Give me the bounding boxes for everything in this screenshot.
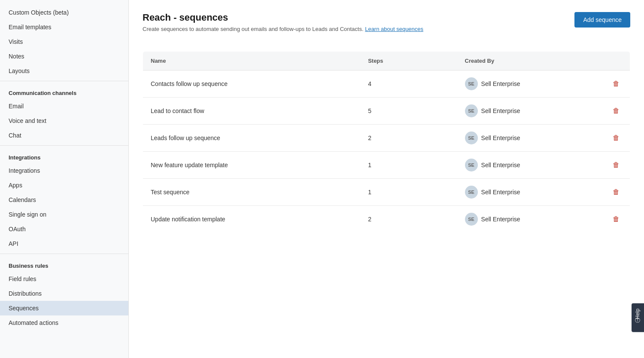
avatar: SE: [465, 77, 478, 90]
avatar: SE: [465, 213, 478, 226]
sidebar-section-header: Communication channels: [0, 84, 128, 99]
sequence-creator: SESell Enterprise: [457, 125, 602, 152]
sidebar-item-distributions[interactable]: Distributions: [0, 286, 128, 301]
sequence-creator: SESell Enterprise: [457, 152, 602, 179]
sequence-steps: 1: [360, 179, 457, 206]
sequence-name: New feature update template: [143, 152, 361, 179]
sidebar-item-layouts[interactable]: Layouts: [0, 64, 128, 78]
table-row: Leads follow up sequence2SESell Enterpri…: [143, 125, 630, 152]
help-label: Help: [635, 309, 641, 319]
table-row: Contacts follow up sequence4SESell Enter…: [143, 70, 630, 98]
avatar: SE: [465, 186, 478, 199]
page-title: Reach - sequences: [143, 12, 423, 23]
avatar: SE: [465, 132, 478, 144]
sequence-creator: SESell Enterprise: [457, 70, 602, 98]
page-header: Reach - sequences Create sequences to au…: [143, 12, 630, 43]
sidebar-item-calendars[interactable]: Calendars: [0, 193, 128, 207]
avatar: SE: [465, 159, 478, 171]
sidebar-item-apps[interactable]: Apps: [0, 178, 128, 193]
sequence-steps: 5: [360, 98, 457, 125]
sequence-creator: SESell Enterprise: [457, 98, 602, 125]
creator-name: Sell Enterprise: [481, 135, 520, 141]
sidebar-divider: [0, 254, 128, 254]
delete-sequence-button[interactable]: 🗑: [610, 106, 622, 116]
sequence-name: Lead to contact flow: [143, 98, 361, 125]
sidebar-item-email-templates[interactable]: Email templates: [0, 20, 128, 34]
creator-name: Sell Enterprise: [481, 107, 520, 114]
sidebar-divider: [0, 81, 128, 81]
delete-sequence-button[interactable]: 🗑: [610, 187, 622, 197]
sidebar-section-header: Business rules: [0, 257, 128, 272]
table-row: Test sequence1SESell Enterprise🗑: [143, 179, 630, 206]
page-title-section: Reach - sequences Create sequences to au…: [143, 12, 423, 43]
table-body: Contacts follow up sequence4SESell Enter…: [143, 70, 630, 233]
delete-sequence-button[interactable]: 🗑: [610, 133, 622, 143]
col-header-action: [602, 52, 630, 70]
sequence-steps: 2: [360, 125, 457, 152]
col-header-name: Name: [143, 52, 361, 70]
sequence-action: 🗑: [602, 70, 630, 98]
sequence-action: 🗑: [602, 179, 630, 206]
creator-name: Sell Enterprise: [481, 162, 520, 168]
delete-sequence-button[interactable]: 🗑: [610, 214, 622, 224]
sidebar-item-custom-objects[interactable]: Custom Objects (beta): [0, 5, 128, 20]
sidebar-item-chat[interactable]: Chat: [0, 128, 128, 143]
table-row: Update notification template2SESell Ente…: [143, 206, 630, 233]
main-content: Reach - sequences Create sequences to au…: [129, 0, 644, 358]
sequence-action: 🗑: [602, 206, 630, 233]
sequence-steps: 2: [360, 206, 457, 233]
sequence-steps: 1: [360, 152, 457, 179]
avatar: SE: [465, 104, 478, 117]
help-tab[interactable]: ⓘ Help: [632, 303, 644, 332]
creator-name: Sell Enterprise: [481, 80, 520, 87]
sequences-table: Name Steps Created By Contacts follow up…: [143, 51, 630, 233]
sidebar-item-voice-and-text[interactable]: Voice and text: [0, 113, 128, 128]
sequence-name: Leads follow up sequence: [143, 125, 361, 152]
sidebar-item-single-sign-on[interactable]: Single sign on: [0, 207, 128, 222]
table-header-row: Name Steps Created By: [143, 52, 630, 70]
sequence-action: 🗑: [602, 125, 630, 152]
delete-sequence-button[interactable]: 🗑: [610, 79, 622, 89]
creator-name: Sell Enterprise: [481, 189, 520, 196]
sidebar-item-automated-actions[interactable]: Automated actions: [0, 315, 128, 330]
sidebar: Custom Objects (beta)Email templatesVisi…: [0, 0, 129, 358]
table-row: Lead to contact flow5SESell Enterprise🗑: [143, 98, 630, 125]
sequence-creator: SESell Enterprise: [457, 179, 602, 206]
sequence-action: 🗑: [602, 152, 630, 179]
sequence-name: Update notification template: [143, 206, 361, 233]
sidebar-section-header: Integrations: [0, 148, 128, 163]
sidebar-item-notes[interactable]: Notes: [0, 49, 128, 64]
help-icon: ⓘ: [634, 322, 641, 327]
sidebar-item-visits[interactable]: Visits: [0, 34, 128, 49]
table-header: Name Steps Created By: [143, 52, 630, 70]
sequence-creator: SESell Enterprise: [457, 206, 602, 233]
sidebar-item-oauth[interactable]: OAuth: [0, 222, 128, 236]
sidebar-item-field-rules[interactable]: Field rules: [0, 272, 128, 286]
sequence-steps: 4: [360, 70, 457, 98]
add-sequence-button[interactable]: Add sequence: [574, 12, 630, 28]
col-header-steps: Steps: [360, 52, 457, 70]
col-header-created: Created By: [457, 52, 602, 70]
delete-sequence-button[interactable]: 🗑: [610, 160, 622, 170]
creator-name: Sell Enterprise: [481, 216, 520, 223]
sequence-name: Test sequence: [143, 179, 361, 206]
table-row: New feature update template1SESell Enter…: [143, 152, 630, 179]
sidebar-item-sequences[interactable]: Sequences: [0, 301, 128, 315]
description-text: Create sequences to automate sending out…: [143, 26, 364, 32]
sequence-name: Contacts follow up sequence: [143, 70, 361, 98]
sidebar-item-integrations[interactable]: Integrations: [0, 163, 128, 178]
sidebar-divider: [0, 145, 128, 146]
learn-link[interactable]: Learn about sequences: [365, 26, 423, 32]
sidebar-item-api[interactable]: API: [0, 236, 128, 251]
page-description: Create sequences to automate sending out…: [143, 26, 423, 32]
sidebar-item-email[interactable]: Email: [0, 99, 128, 113]
sequence-action: 🗑: [602, 98, 630, 125]
